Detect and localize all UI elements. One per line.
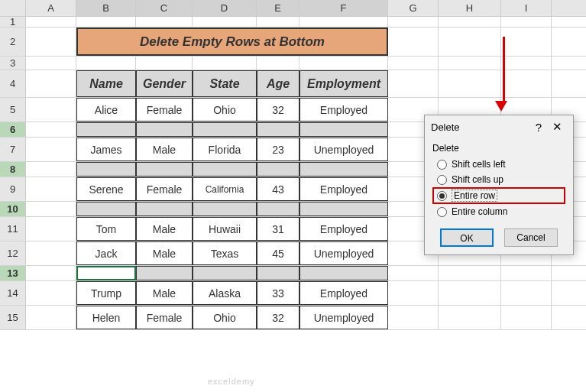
cell[interactable] (26, 138, 76, 161)
row-header-14[interactable]: 14 (0, 281, 26, 305)
cell[interactable] (193, 266, 257, 280)
cell-name[interactable]: James (76, 138, 136, 161)
title-cell[interactable]: Delete Empty Rows at Bottom (76, 28, 388, 56)
cell-emp[interactable]: Employed (299, 217, 388, 241)
cell[interactable] (501, 28, 552, 56)
cell[interactable] (257, 122, 299, 137)
row-header-15[interactable]: 15 (0, 306, 26, 329)
col-header-h[interactable]: H (439, 0, 501, 16)
cell[interactable] (257, 266, 299, 280)
cell[interactable] (136, 162, 193, 177)
cell-emp[interactable]: Employed (299, 281, 388, 305)
cell-gender[interactable]: Male (136, 241, 193, 265)
cell[interactable] (193, 122, 257, 137)
cell[interactable] (136, 266, 193, 280)
cell[interactable] (388, 266, 439, 280)
cell[interactable] (501, 306, 552, 329)
cell[interactable] (439, 306, 501, 329)
cell[interactable] (76, 57, 136, 70)
cell[interactable] (136, 57, 193, 70)
cell[interactable] (76, 122, 136, 137)
cell[interactable] (439, 266, 501, 280)
active-cell[interactable] (76, 266, 136, 280)
cell[interactable] (26, 306, 76, 329)
cell[interactable] (439, 57, 501, 70)
cell-state[interactable]: Texas (193, 241, 257, 265)
cell-state[interactable]: Florida (193, 138, 257, 161)
cell[interactable] (299, 122, 388, 137)
cell[interactable] (26, 98, 76, 121)
cell[interactable] (26, 281, 76, 305)
cell-gender[interactable]: Male (136, 217, 193, 241)
row-header-6[interactable]: 6 (0, 122, 26, 137)
cell-gender[interactable]: Male (136, 281, 193, 305)
cell[interactable] (26, 241, 76, 265)
cell-name[interactable]: Jack (76, 241, 136, 265)
cell-gender[interactable]: Male (136, 138, 193, 161)
cell[interactable] (257, 17, 299, 27)
cell-gender[interactable]: Female (136, 98, 193, 121)
cell[interactable] (388, 306, 439, 329)
cell-emp[interactable]: Unemployed (299, 306, 388, 329)
cell-emp[interactable]: Unemployed (299, 138, 388, 161)
header-employment[interactable]: Employment (299, 70, 388, 97)
cell[interactable] (26, 57, 76, 70)
cell[interactable] (193, 57, 257, 70)
cell[interactable] (76, 17, 136, 27)
cell[interactable] (26, 70, 76, 97)
cell[interactable] (388, 281, 439, 305)
cell-state[interactable]: California (193, 177, 257, 201)
dialog-titlebar[interactable]: Delete ? ✕ (425, 115, 573, 138)
ok-button[interactable]: OK (440, 228, 494, 247)
cell[interactable] (299, 17, 388, 27)
cell-age[interactable]: 45 (257, 241, 299, 265)
cell-emp[interactable]: Employed (299, 98, 388, 121)
radio-shift-cells-up[interactable]: Shift cells up (432, 172, 565, 187)
cell-name[interactable]: Tom (76, 217, 136, 241)
select-all-corner[interactable] (0, 0, 26, 16)
col-header-i[interactable]: I (501, 0, 552, 16)
close-icon[interactable]: ✕ (548, 120, 567, 134)
cell-gender[interactable]: Female (136, 306, 193, 329)
cell-age[interactable]: 32 (257, 306, 299, 329)
cell[interactable] (26, 17, 76, 27)
row-header-12[interactable]: 12 (0, 241, 26, 265)
radio-entire-row[interactable]: Entire row (432, 187, 565, 204)
cell-state[interactable]: Ohio (193, 98, 257, 121)
cell[interactable] (193, 17, 257, 27)
row-header-3[interactable]: 3 (0, 57, 26, 70)
row-header-9[interactable]: 9 (0, 177, 26, 201)
cell[interactable] (26, 122, 76, 137)
cell[interactable] (299, 57, 388, 70)
row-header-5[interactable]: 5 (0, 98, 26, 121)
cell[interactable] (26, 202, 76, 216)
cell[interactable] (299, 266, 388, 280)
cell-age[interactable]: 23 (257, 138, 299, 161)
col-header-c[interactable]: C (136, 0, 193, 16)
cell[interactable] (501, 281, 552, 305)
cell[interactable] (299, 202, 388, 216)
header-state[interactable]: State (193, 70, 257, 97)
cell-name[interactable]: Alice (76, 98, 136, 121)
cell[interactable] (501, 57, 552, 70)
cell-emp[interactable]: Unemployed (299, 241, 388, 265)
cell[interactable] (257, 162, 299, 177)
cell[interactable] (388, 17, 439, 27)
row-header-13[interactable]: 13 (0, 266, 26, 280)
cell[interactable] (136, 202, 193, 216)
cell[interactable] (257, 202, 299, 216)
cell[interactable] (26, 162, 76, 177)
cell[interactable] (193, 202, 257, 216)
cell[interactable] (388, 28, 439, 56)
cell[interactable] (439, 70, 501, 97)
row-header-1[interactable]: 1 (0, 17, 26, 27)
cell-age[interactable]: 33 (257, 281, 299, 305)
cell[interactable] (136, 122, 193, 137)
cancel-button[interactable]: Cancel (504, 228, 558, 247)
cell[interactable] (26, 266, 76, 280)
cell[interactable] (501, 266, 552, 280)
cell[interactable] (439, 281, 501, 305)
header-name[interactable]: Name (76, 70, 136, 97)
cell[interactable] (388, 57, 439, 70)
radio-entire-column[interactable]: Entire column (432, 204, 565, 219)
